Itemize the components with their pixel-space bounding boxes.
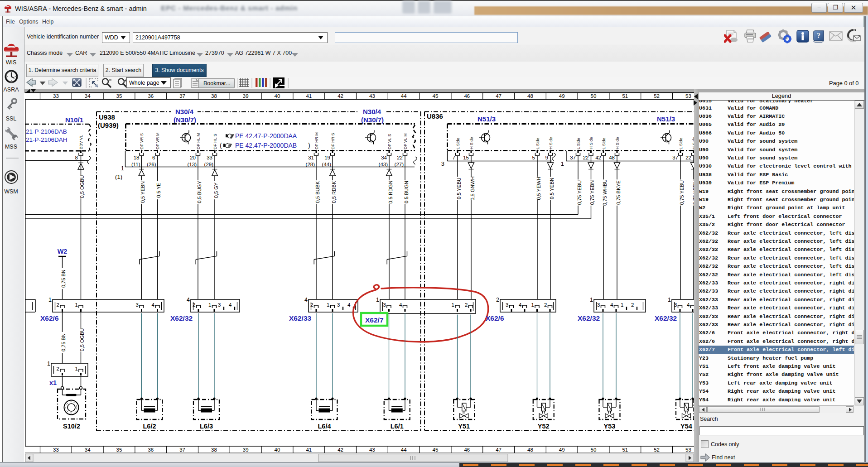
svg-text:15: 15 [463,155,469,160]
svg-text:5: 5 [532,155,535,160]
svg-text:33: 33 [53,447,59,453]
svg-text:35: 35 [116,93,122,99]
svg-text:1: 1 [531,302,534,308]
svg-text:37: 37 [179,93,185,99]
svg-text:21-P-2106DAB: 21-P-2106DAB [26,128,67,135]
svg-text:X62/32: X62/32 [170,314,193,322]
svg-text:(U939): (U939) [98,121,119,129]
svg-text:9: 9 [545,155,548,160]
svg-text:N51/3: N51/3 [657,115,675,123]
svg-text:DF VR M: DF VR M [155,133,160,149]
svg-text:34: 34 [381,155,387,160]
svg-text:52: 52 [654,93,660,99]
svg-text:8: 8 [75,155,78,160]
svg-text:4: 4 [519,302,522,308]
svg-text:49: 49 [559,93,565,99]
svg-text:37: 37 [179,447,185,453]
svg-text:(28): (28) [306,162,315,167]
svg-text:1: 1 [376,297,379,303]
svg-text:0,5 RDBK: 0,5 RDBK [331,181,337,203]
svg-text:?: ? [817,32,820,39]
svg-text:50: 50 [591,93,597,99]
svg-text:22: 22 [583,155,589,160]
svg-text:S10/2: S10/2 [63,423,80,430]
svg-text:3: 3 [506,302,508,308]
svg-text:(1): (1) [115,173,122,180]
svg-text:2: 2 [193,302,195,308]
svg-text:38: 38 [211,447,217,453]
svg-text:3: 3 [218,302,221,308]
svg-text:33: 33 [53,93,59,99]
svg-text:22: 22 [685,155,691,160]
svg-text:N30/4: N30/4 [363,108,381,116]
svg-text:0,5 YEWH: 0,5 YEWH [536,177,541,200]
svg-text:H Side: H Side [549,137,553,149]
svg-text:Bookmar...: Bookmar... [203,80,231,87]
svg-text:N51/3: N51/3 [477,115,496,123]
svg-text:0,75 BKYE: 0,75 BKYE [616,180,621,205]
svg-text:X62/7: X62/7 [365,316,384,324]
svg-text:1: 1 [668,297,671,303]
svg-text:BBV VL: BBV VL [79,135,83,149]
svg-text:(: ( [220,142,222,149]
svg-text:L Side: L Side [535,138,540,149]
svg-text:2: 2 [57,302,59,308]
svg-text:4: 4 [687,302,690,308]
svg-text:L Side: L Side [602,138,606,149]
svg-text:): ) [308,142,310,149]
svg-text:34: 34 [85,93,91,99]
svg-text:37: 37 [672,155,678,160]
svg-text:1: 1 [208,302,211,308]
svg-text:Y51: Y51 [458,423,470,430]
svg-text:DF HR M: DF HR M [314,132,319,149]
svg-text:X62/6: X62/6 [486,314,504,322]
svg-text:0,5 BUGN: 0,5 BUGN [404,181,409,203]
svg-text:6: 6 [152,155,155,160]
svg-text:X62/6: X62/6 [40,314,59,322]
svg-text:3: 3 [337,302,340,308]
svg-text:L6/1: L6/1 [391,423,404,430]
svg-text:37: 37 [570,155,576,160]
svg-text:2: 2 [57,366,59,371]
svg-text:4: 4 [152,302,155,308]
svg-text:4: 4 [610,302,613,308]
svg-text:DF VR S: DF VR S [140,133,144,149]
svg-text:Whole page: Whole page [129,80,159,86]
svg-text:1: 1 [121,165,124,172]
svg-text:3: 3 [674,302,677,308]
svg-text:41: 41 [306,93,312,99]
svg-text:31: 31 [308,155,314,160]
svg-text:18: 18 [134,155,140,160]
svg-text:0,75 BN: 0,75 BN [61,333,66,351]
svg-text:40: 40 [275,93,280,99]
svg-text:53: 53 [685,93,691,99]
svg-text:0,75 WHBU: 0,75 WHBU [602,179,608,206]
svg-text:2: 2 [496,297,499,303]
svg-text:PE 42.47-P-2000DAB: PE 42.47-P-2000DAB [235,142,297,149]
svg-text:21-P-2106DAH: 21-P-2106DAH [26,136,68,143]
svg-text:42: 42 [338,93,343,99]
svg-text:0,75 YEBU: 0,75 YEBU [577,180,582,205]
svg-text:34: 34 [85,447,91,453]
svg-text:51: 51 [622,93,628,99]
svg-text:0,5 OGBU: 0,5 OGBU [79,328,85,351]
svg-text:0,5 YEBU: 0,5 YEBU [456,178,462,199]
svg-text:3: 3 [136,302,139,308]
svg-text:X62/32: X62/32 [578,314,600,322]
svg-text:48: 48 [527,447,533,453]
svg-text:4: 4 [304,297,308,303]
svg-text:45: 45 [433,447,439,453]
svg-text:N10/1: N10/1 [65,116,83,124]
svg-text:(27): (27) [395,162,404,167]
svg-text:DF VL S: DF VL S [387,134,392,149]
svg-text:22: 22 [397,155,403,160]
svg-text:L Side: L Side [456,138,460,149]
svg-text:39: 39 [243,447,249,453]
svg-text:33: 33 [207,155,212,160]
svg-text:4: 4 [187,297,190,303]
svg-text:20: 20 [190,155,196,160]
svg-text:38: 38 [211,93,217,99]
svg-text:2: 2 [631,302,634,308]
svg-text:Y53: Y53 [604,423,616,430]
svg-text:L6/3: L6/3 [200,423,213,430]
